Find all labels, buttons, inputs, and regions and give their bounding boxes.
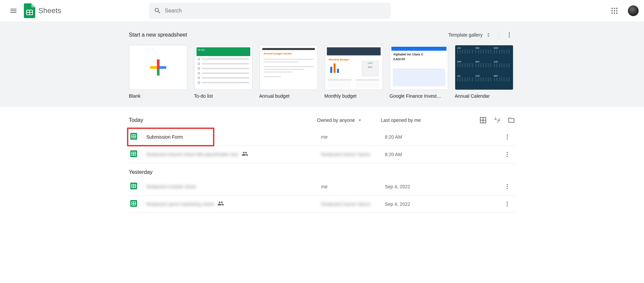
svg-point-5 xyxy=(616,8,617,9)
folder-icon xyxy=(508,116,515,124)
owned-by-filter[interactable]: Owned by anyone xyxy=(317,117,381,123)
sheets-logo[interactable]: Sheets xyxy=(23,4,61,17)
google-apps-button[interactable] xyxy=(606,3,622,19)
template-label: Google Finance Invest… xyxy=(390,93,448,99)
svg-point-8 xyxy=(616,10,617,11)
svg-point-4 xyxy=(614,8,615,9)
file-name: Redacted sprint marketing sheet xyxy=(146,200,321,208)
separator xyxy=(499,31,499,39)
svg-point-31 xyxy=(507,138,508,139)
svg-text:Z: Z xyxy=(497,120,499,123)
template-gallery-label: Template gallery xyxy=(448,32,483,38)
svg-point-43 xyxy=(507,184,508,185)
svg-rect-18 xyxy=(159,66,166,69)
svg-point-50 xyxy=(507,201,508,202)
templates-row: Blank To Do To-do list xyxy=(129,45,515,99)
sheets-file-icon xyxy=(130,133,138,141)
svg-point-10 xyxy=(614,12,615,14)
open-file-picker-button[interactable] xyxy=(507,116,515,124)
sort-options-button[interactable]: AZ xyxy=(493,116,501,124)
hamburger-icon xyxy=(9,7,17,15)
file-name: Redacted module sheet xyxy=(146,184,321,189)
svg-point-38 xyxy=(507,156,508,157)
svg-rect-17 xyxy=(150,66,158,69)
files-heading-today: Today xyxy=(129,117,317,123)
file-owner: Redacted Owner Name xyxy=(321,201,385,207)
dropdown-arrow-icon xyxy=(357,117,363,123)
template-blank-thumb xyxy=(129,45,187,90)
svg-point-14 xyxy=(509,36,510,37)
svg-rect-16 xyxy=(157,68,160,76)
app-title: Sheets xyxy=(38,6,61,15)
templates-title: Start a new spreadsheet xyxy=(129,32,187,38)
svg-point-29 xyxy=(507,134,508,135)
file-row-wrap: Redacted shared sheet title placeholder … xyxy=(129,146,515,163)
more-vert-icon xyxy=(506,32,513,38)
sort-label[interactable]: Last opened by me xyxy=(381,117,458,123)
file-more-button[interactable] xyxy=(501,201,514,207)
template-label: Monthly budget xyxy=(325,93,383,99)
sort-az-icon: AZ xyxy=(493,116,501,124)
template-label: Annual budget xyxy=(259,93,318,99)
template-gallery-button[interactable]: Template gallery xyxy=(445,30,495,40)
file-more-button[interactable] xyxy=(501,134,514,140)
svg-point-44 xyxy=(507,186,508,187)
files-list: Submission Formme8:20 AMRedacted shared … xyxy=(129,128,515,213)
file-owner: me xyxy=(321,134,385,140)
template-monthly-budget-thumb: Monthly Budget +90%$500 xyxy=(325,45,383,90)
template-finance-thumb: Alphabet Inc Class C 2,622.03 xyxy=(390,45,448,90)
unfold-icon xyxy=(485,32,491,38)
owned-by-label: Owned by anyone xyxy=(317,117,355,123)
templates-more-button[interactable] xyxy=(503,29,515,41)
shared-icon xyxy=(242,150,248,158)
search-bar[interactable] xyxy=(149,3,391,19)
file-date: 8:20 AM xyxy=(385,152,501,157)
svg-point-37 xyxy=(507,154,508,155)
account-avatar[interactable] xyxy=(628,5,639,16)
search-icon xyxy=(151,4,164,17)
template-label: To-do list xyxy=(194,93,253,99)
files-header: Today Owned by anyone Last opened by me … xyxy=(129,112,515,128)
header-right xyxy=(606,3,639,19)
templates-header: Start a new spreadsheet Template gallery xyxy=(129,28,515,42)
template-monthly-budget[interactable]: Monthly Budget +90%$500 Monthly budget xyxy=(325,45,383,99)
template-label: Blank xyxy=(129,93,187,99)
file-more-button[interactable] xyxy=(501,183,514,190)
svg-text:A: A xyxy=(494,117,497,121)
template-todo[interactable]: To Do To-do list xyxy=(194,45,253,99)
svg-point-11 xyxy=(616,12,617,14)
grid-view-button[interactable] xyxy=(479,116,487,124)
sheets-logo-icon xyxy=(23,4,36,17)
svg-point-51 xyxy=(507,203,508,204)
file-row[interactable]: Redacted module sheetmeSep 4, 2022 xyxy=(129,178,515,195)
svg-point-7 xyxy=(614,10,615,11)
file-date: Sep 4, 2022 xyxy=(385,184,501,189)
templates-section: Start a new spreadsheet Template gallery… xyxy=(0,21,644,107)
template-blank[interactable]: Blank xyxy=(129,45,187,99)
sheets-file-icon xyxy=(130,183,138,191)
file-row-wrap: Submission Formme8:20 AM xyxy=(129,128,515,146)
search-input[interactable] xyxy=(164,7,389,14)
sheets-file-icon xyxy=(130,150,138,158)
svg-point-45 xyxy=(507,188,508,189)
svg-point-30 xyxy=(507,136,508,137)
template-todo-thumb: To Do xyxy=(194,45,253,90)
apps-grid-icon xyxy=(611,7,618,14)
file-more-button[interactable] xyxy=(501,151,514,158)
shared-icon xyxy=(217,200,224,208)
file-row-wrap: Redacted sprint marketing sheetRedacted … xyxy=(129,195,515,213)
file-row[interactable]: Submission Formme8:20 AM xyxy=(129,128,515,146)
file-name: Redacted shared sheet title placeholder … xyxy=(146,150,321,158)
template-annual-budget[interactable]: Annual budget tracker Annual budget xyxy=(259,45,318,99)
files-group-heading: Yesterday xyxy=(129,163,515,178)
svg-point-13 xyxy=(509,34,510,35)
file-row-wrap: Redacted module sheetmeSep 4, 2022 xyxy=(129,178,515,195)
svg-rect-15 xyxy=(157,59,160,67)
file-date: 8:20 AM xyxy=(385,134,501,140)
file-row[interactable]: Redacted shared sheet title placeholder … xyxy=(129,146,515,163)
file-date: Sep 4, 2022 xyxy=(385,201,501,207)
file-row[interactable]: Redacted sprint marketing sheetRedacted … xyxy=(129,195,515,213)
template-annual-calendar[interactable]: JAN FEB MAR APR MAY JUN JUL AUG SEP Annu… xyxy=(455,45,513,99)
main-menu-button[interactable] xyxy=(5,3,22,19)
template-google-finance[interactable]: Alphabet Inc Class C 2,622.03 Google Fin… xyxy=(390,45,448,99)
